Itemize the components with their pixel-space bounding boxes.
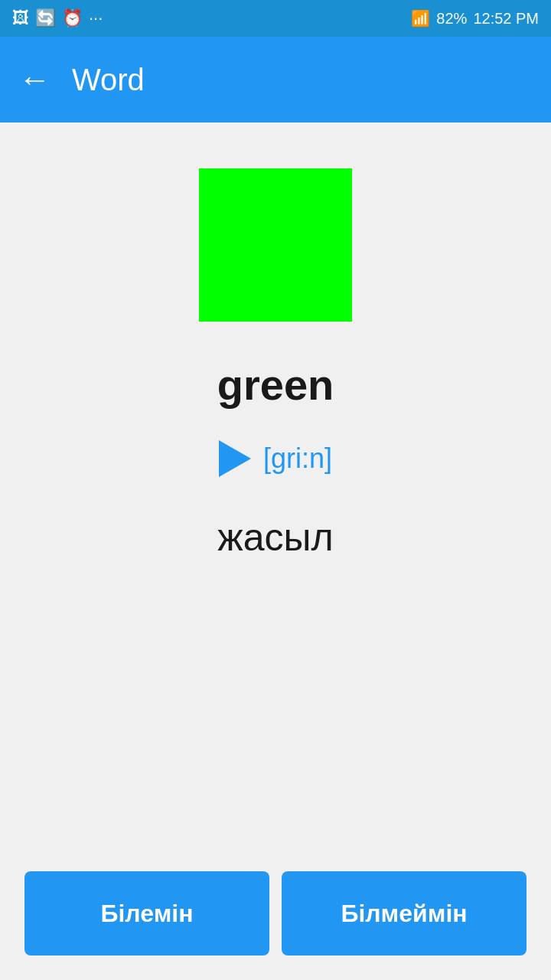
page-title: Word xyxy=(72,63,145,97)
status-bar: 🖼 🔄 ⏰ ··· 📶 82% 12:52 PM xyxy=(0,0,551,37)
battery-text: 82% xyxy=(436,10,467,28)
color-swatch xyxy=(199,168,352,322)
play-button[interactable] xyxy=(219,440,251,477)
answer-buttons: Білемін Білмеймін xyxy=(0,847,551,980)
alarm-icon: ⏰ xyxy=(62,8,83,28)
sync-icon: 🔄 xyxy=(35,8,56,28)
dont-know-button[interactable]: Білмеймін xyxy=(282,871,527,956)
pronunciation-row: [gri:n] xyxy=(219,440,332,477)
back-button[interactable]: ← xyxy=(18,61,51,98)
status-right: 📶 82% 12:52 PM xyxy=(411,9,539,28)
word-detail-content: green [gri:n] жасыл xyxy=(0,122,551,847)
status-left: 🖼 🔄 ⏰ ··· xyxy=(12,8,103,28)
know-button[interactable]: Білемін xyxy=(24,871,269,956)
wifi-icon: 📶 xyxy=(411,9,430,28)
app-bar: ← Word xyxy=(0,37,551,122)
word-translation: жасыл xyxy=(217,515,333,560)
phonetic-text: [gri:n] xyxy=(263,443,332,475)
word-english: green xyxy=(217,360,334,410)
image-icon: 🖼 xyxy=(12,8,29,28)
back-arrow-icon: ← xyxy=(18,61,51,98)
time-display: 12:52 PM xyxy=(473,10,539,28)
more-icon: ··· xyxy=(89,8,103,28)
